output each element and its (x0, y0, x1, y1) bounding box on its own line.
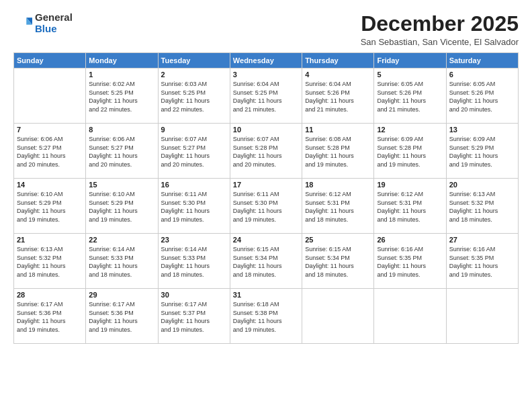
table-row: 13Sunrise: 6:09 AMSunset: 5:29 PMDayligh… (446, 124, 518, 179)
day-number: 31 (233, 291, 299, 299)
table-row: 8Sunrise: 6:06 AMSunset: 5:27 PMDaylight… (86, 124, 158, 179)
table-row: 17Sunrise: 6:11 AMSunset: 5:30 PMDayligh… (230, 179, 302, 234)
table-row: 27Sunrise: 6:16 AMSunset: 5:35 PMDayligh… (446, 234, 518, 289)
day-number: 3 (233, 71, 299, 79)
day-info: Sunrise: 6:14 AMSunset: 5:33 PMDaylight:… (161, 245, 227, 279)
day-number: 16 (161, 181, 227, 189)
col-wednesday: Wednesday (230, 53, 302, 68)
day-number: 29 (89, 291, 154, 299)
day-number: 17 (233, 181, 299, 189)
table-row: 3Sunrise: 6:04 AMSunset: 5:25 PMDaylight… (230, 68, 302, 124)
day-info: Sunrise: 6:07 AMSunset: 5:27 PMDaylight:… (161, 135, 227, 169)
day-number: 5 (377, 71, 443, 79)
table-row (14, 68, 86, 124)
day-info: Sunrise: 6:16 AMSunset: 5:35 PMDaylight:… (377, 245, 443, 279)
day-number: 6 (449, 71, 515, 79)
table-row: 2Sunrise: 6:03 AMSunset: 5:25 PMDaylight… (158, 68, 230, 124)
col-monday: Monday (86, 53, 158, 68)
header-area: General Blue December 2025 San Sebastian… (13, 12, 519, 47)
day-number: 30 (161, 291, 227, 299)
col-friday: Friday (374, 53, 446, 68)
day-number: 10 (233, 126, 299, 134)
table-row: 29Sunrise: 6:17 AMSunset: 5:36 PMDayligh… (86, 289, 158, 344)
table-row: 23Sunrise: 6:14 AMSunset: 5:33 PMDayligh… (158, 234, 230, 289)
table-row: 26Sunrise: 6:16 AMSunset: 5:35 PMDayligh… (374, 234, 446, 289)
location: San Sebastian, San Vicente, El Salvador (361, 37, 519, 47)
table-row: 19Sunrise: 6:12 AMSunset: 5:31 PMDayligh… (374, 179, 446, 234)
day-info: Sunrise: 6:12 AMSunset: 5:31 PMDaylight:… (377, 190, 443, 224)
table-row: 4Sunrise: 6:04 AMSunset: 5:26 PMDaylight… (302, 68, 374, 124)
table-row: 10Sunrise: 6:07 AMSunset: 5:28 PMDayligh… (230, 124, 302, 179)
table-row: 31Sunrise: 6:18 AMSunset: 5:38 PMDayligh… (230, 289, 302, 344)
day-info: Sunrise: 6:14 AMSunset: 5:33 PMDaylight:… (89, 245, 154, 279)
day-number: 22 (89, 236, 154, 244)
table-row: 11Sunrise: 6:08 AMSunset: 5:28 PMDayligh… (302, 124, 374, 179)
table-row: 21Sunrise: 6:13 AMSunset: 5:32 PMDayligh… (14, 234, 86, 289)
table-row: 18Sunrise: 6:12 AMSunset: 5:31 PMDayligh… (302, 179, 374, 234)
table-row: 15Sunrise: 6:10 AMSunset: 5:29 PMDayligh… (86, 179, 158, 234)
table-row: 9Sunrise: 6:07 AMSunset: 5:27 PMDaylight… (158, 124, 230, 179)
table-row: 16Sunrise: 6:11 AMSunset: 5:30 PMDayligh… (158, 179, 230, 234)
day-info: Sunrise: 6:13 AMSunset: 5:32 PMDaylight:… (17, 245, 83, 279)
day-info: Sunrise: 6:06 AMSunset: 5:27 PMDaylight:… (89, 135, 154, 169)
logo-general: General (35, 11, 73, 23)
table-row: 12Sunrise: 6:09 AMSunset: 5:28 PMDayligh… (374, 124, 446, 179)
day-number: 23 (161, 236, 227, 244)
day-info: Sunrise: 6:10 AMSunset: 5:29 PMDaylight:… (17, 190, 83, 224)
calendar-page: General Blue December 2025 San Sebastian… (0, 0, 532, 411)
col-sunday: Sunday (14, 53, 86, 68)
day-info: Sunrise: 6:17 AMSunset: 5:36 PMDaylight:… (89, 300, 154, 334)
day-number: 8 (89, 126, 154, 134)
day-number: 25 (305, 236, 371, 244)
day-number: 18 (305, 181, 371, 189)
day-info: Sunrise: 6:07 AMSunset: 5:28 PMDaylight:… (233, 135, 299, 169)
day-number: 26 (377, 236, 443, 244)
col-saturday: Saturday (446, 53, 518, 68)
day-number: 14 (17, 181, 83, 189)
day-number: 7 (17, 126, 83, 134)
day-info: Sunrise: 6:15 AMSunset: 5:34 PMDaylight:… (305, 245, 371, 279)
day-info: Sunrise: 6:09 AMSunset: 5:29 PMDaylight:… (449, 135, 515, 169)
day-number: 9 (161, 126, 227, 134)
day-info: Sunrise: 6:17 AMSunset: 5:37 PMDaylight:… (161, 300, 227, 334)
day-number: 27 (449, 236, 515, 244)
day-number: 21 (17, 236, 83, 244)
day-info: Sunrise: 6:04 AMSunset: 5:26 PMDaylight:… (305, 80, 371, 113)
day-info: Sunrise: 6:15 AMSunset: 5:34 PMDaylight:… (233, 245, 299, 279)
day-info: Sunrise: 6:09 AMSunset: 5:28 PMDaylight:… (377, 135, 443, 169)
day-number: 20 (449, 181, 515, 189)
table-row: 24Sunrise: 6:15 AMSunset: 5:34 PMDayligh… (230, 234, 302, 289)
day-info: Sunrise: 6:03 AMSunset: 5:25 PMDaylight:… (161, 80, 227, 113)
title-area: December 2025 San Sebastian, San Vicente… (361, 12, 519, 47)
day-number: 24 (233, 236, 299, 244)
day-info: Sunrise: 6:02 AMSunset: 5:25 PMDaylight:… (89, 80, 154, 113)
day-info: Sunrise: 6:04 AMSunset: 5:25 PMDaylight:… (233, 80, 299, 113)
logo: General Blue (13, 12, 73, 34)
day-number: 19 (377, 181, 443, 189)
table-row: 1Sunrise: 6:02 AMSunset: 5:25 PMDaylight… (86, 68, 158, 124)
logo-icon (13, 14, 32, 33)
calendar-table: Sunday Monday Tuesday Wednesday Thursday… (13, 52, 519, 344)
day-info: Sunrise: 6:05 AMSunset: 5:26 PMDaylight:… (377, 80, 443, 113)
day-info: Sunrise: 6:12 AMSunset: 5:31 PMDaylight:… (305, 190, 371, 224)
day-number: 15 (89, 181, 154, 189)
day-info: Sunrise: 6:10 AMSunset: 5:29 PMDaylight:… (89, 190, 154, 224)
logo-text: General Blue (35, 12, 73, 34)
day-info: Sunrise: 6:11 AMSunset: 5:30 PMDaylight:… (233, 190, 299, 224)
table-row: 5Sunrise: 6:05 AMSunset: 5:26 PMDaylight… (374, 68, 446, 124)
day-number: 13 (449, 126, 515, 134)
calendar-header-row: Sunday Monday Tuesday Wednesday Thursday… (14, 53, 519, 68)
col-tuesday: Tuesday (158, 53, 230, 68)
day-number: 12 (377, 126, 443, 134)
table-row: 14Sunrise: 6:10 AMSunset: 5:29 PMDayligh… (14, 179, 86, 234)
day-number: 2 (161, 71, 227, 79)
day-info: Sunrise: 6:16 AMSunset: 5:35 PMDaylight:… (449, 245, 515, 279)
table-row: 7Sunrise: 6:06 AMSunset: 5:27 PMDaylight… (14, 124, 86, 179)
day-info: Sunrise: 6:11 AMSunset: 5:30 PMDaylight:… (161, 190, 227, 224)
col-thursday: Thursday (302, 53, 374, 68)
day-info: Sunrise: 6:13 AMSunset: 5:32 PMDaylight:… (449, 190, 515, 224)
day-number: 11 (305, 126, 371, 134)
day-number: 4 (305, 71, 371, 79)
day-info: Sunrise: 6:08 AMSunset: 5:28 PMDaylight:… (305, 135, 371, 169)
table-row (446, 289, 518, 344)
